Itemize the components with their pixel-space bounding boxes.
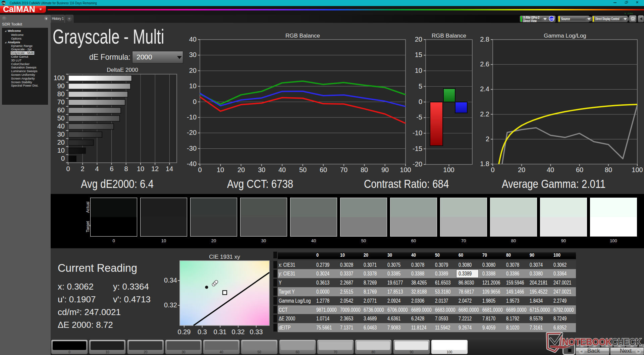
svg-text:NOTEBOOK: NOTEBOOK bbox=[562, 336, 612, 347]
svg-text:CHECK: CHECK bbox=[612, 336, 641, 347]
